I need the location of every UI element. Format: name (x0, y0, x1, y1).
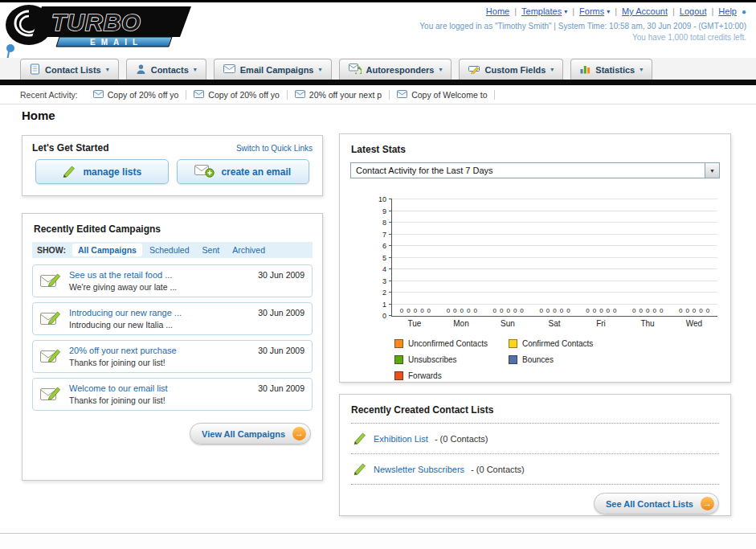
tab-email-campaigns[interactable]: Email Campaigns▾ (214, 59, 332, 80)
legend-label: Unsubscribes (408, 355, 457, 364)
separator: | (572, 6, 574, 16)
top-link-forms[interactable]: Forms (579, 6, 604, 16)
bar-value-label: 0 (473, 307, 476, 314)
zero-value-group: 00000 (671, 307, 717, 314)
bar-value-label: 0 (560, 307, 563, 314)
y-tick-mark (389, 245, 392, 246)
campaign-title-link[interactable]: 20% off your next purchase (69, 346, 251, 355)
switch-to-quick-links-link[interactable]: Switch to Quick Links (236, 144, 313, 153)
bar-value-label: 0 (539, 307, 542, 314)
y-tick-mark (389, 292, 392, 293)
header: TURBO EMAIL Home|Templates▾|Forms▾|My Ac… (0, 2, 756, 55)
recent-activity-item[interactable]: Copy of 20% off yo (86, 90, 187, 100)
bar-value-label: 0 (693, 307, 696, 314)
y-tick-label: 0 (382, 312, 386, 320)
contact-list-item: Newsletter Subscribers - (0 Contacts) (351, 453, 719, 484)
filter-all-campaigns[interactable]: All Campaigns (72, 244, 142, 256)
page-title: Home (22, 109, 55, 122)
zero-value-group: 00000 (624, 307, 671, 314)
manage-lists-button[interactable]: manage lists (35, 159, 169, 184)
recent-activity-item-label: Copy of 20% off yo (208, 90, 280, 100)
y-tick-label: 8 (382, 219, 386, 227)
filter-scheduled[interactable]: Scheduled (144, 244, 195, 256)
show-label: SHOW: (37, 245, 66, 255)
envelope-icon (397, 90, 407, 100)
gridline (392, 268, 717, 269)
y-tick-label: 1 (382, 301, 386, 309)
create-email-label: create an email (221, 166, 291, 178)
chevron-down-icon: ▾ (564, 8, 567, 15)
campaign-title-link[interactable]: See us at the retail food ... (69, 270, 251, 280)
y-tick-mark (389, 222, 392, 223)
top-link-home[interactable]: Home (486, 6, 509, 16)
x-axis-label: Sat (531, 319, 578, 328)
x-axis-label: Tue (391, 319, 438, 328)
bar-value-label: 0 (427, 307, 431, 314)
recent-campaigns-title: Recently Edited Campaigns (22, 214, 322, 242)
bar-value-label: 0 (685, 307, 689, 314)
contact-list-count: - (0 Contacts) (435, 434, 488, 444)
top-link-logout[interactable]: Logout (680, 6, 707, 16)
y-tick-mark (389, 211, 392, 211)
gridline (392, 234, 717, 235)
filter-archived[interactable]: Archived (227, 244, 271, 256)
contact-list-link[interactable]: Exhibition List (374, 434, 428, 444)
recent-campaigns-panel: Recently Edited Campaigns SHOW: All Camp… (22, 213, 323, 481)
y-tick-mark (389, 281, 392, 281)
view-all-campaigns-label: View All Campaigns (202, 429, 285, 439)
recent-activity-items: Copy of 20% off yoCopy of 20% off yo20% … (86, 85, 496, 104)
gridline (392, 292, 717, 293)
x-axis-label: Wed (671, 319, 717, 328)
manage-lists-label: manage lists (83, 166, 141, 178)
y-tick-mark (389, 234, 392, 235)
create-email-button[interactable]: create an email (177, 159, 310, 184)
bar-value-label: 0 (453, 307, 456, 314)
y-tick-label: 2 (382, 289, 386, 297)
separator: | (672, 6, 675, 16)
bar-value-label: 0 (599, 307, 603, 314)
legend-label: Unconfirmed Contacts (408, 339, 488, 348)
recent-activity-item[interactable]: Copy of Welcome to (390, 90, 495, 100)
legend-label: Bounces (522, 355, 554, 364)
bar-value-label: 0 (493, 307, 497, 314)
bar-value-label: 0 (566, 307, 570, 314)
recent-activity-item[interactable]: 20% off your next p (288, 90, 390, 100)
top-link-templates[interactable]: Templates (521, 6, 562, 16)
y-tick-label: 3 (382, 277, 386, 285)
recent-activity-label: Recent Activity: (20, 90, 78, 100)
contact-list-link[interactable]: Newsletter Subscribers (374, 465, 464, 474)
recent-contact-lists-panel: Recently Created Contact Lists Exhibitio… (339, 394, 731, 516)
bar-value-label: 0 (660, 307, 663, 314)
get-started-title: Let's Get Started (32, 142, 109, 154)
campaign-subtitle: Thanks for joining our list! (69, 395, 251, 405)
tab-custom-fields[interactable]: Custom Fields▾ (459, 59, 563, 80)
bar-value-label: 0 (652, 307, 656, 314)
tab-autoresponders[interactable]: Autoresponders▾ (339, 59, 452, 80)
campaign-title-link[interactable]: Introducing our new range ... (69, 308, 251, 318)
tab-statistics[interactable]: Statistics▾ (570, 59, 652, 80)
top-link-my-account[interactable]: My Account (622, 6, 668, 16)
tab-contacts[interactable]: Contacts▾ (126, 59, 206, 80)
bar-value-label: 0 (553, 307, 556, 314)
campaigns-footer: View All Campaigns → (22, 416, 322, 452)
top-link-help[interactable]: Help (718, 6, 737, 16)
recent-activity-item[interactable]: Copy of 20% off yo (186, 90, 288, 100)
legend-item: Unconfirmed Contacts (394, 339, 509, 348)
contact-list-count: - (0 Contacts) (471, 465, 525, 474)
filter-sent[interactable]: Sent (197, 244, 226, 256)
see-all-contact-lists-button[interactable]: See All Contact Lists → (594, 493, 719, 514)
campaign-list-item: See us at the retail food ...We're givin… (32, 264, 313, 297)
y-tick-mark (389, 304, 392, 305)
get-started-panel: Let's Get Started Switch to Quick Links … (22, 135, 323, 196)
campaign-text: Introducing our new range ...Introducing… (69, 308, 251, 330)
separator: | (615, 6, 617, 16)
view-all-campaigns-button[interactable]: View All Campaigns → (190, 423, 311, 445)
campaign-title-link[interactable]: Welcome to our email list (69, 383, 251, 393)
stats-period-select[interactable]: Contact Activity for the Last 7 Days ▼ (350, 162, 720, 178)
bar-value-label: 0 (632, 307, 635, 314)
chart-x-axis-labels: TueMonSunSatFriThuWed (391, 319, 717, 328)
campaign-date: 30 Jun 2009 (258, 270, 304, 292)
tab-contact-lists[interactable]: Contact Lists▾ (20, 59, 119, 80)
pencil-icon (353, 461, 367, 477)
x-axis-label: Mon (438, 319, 484, 328)
